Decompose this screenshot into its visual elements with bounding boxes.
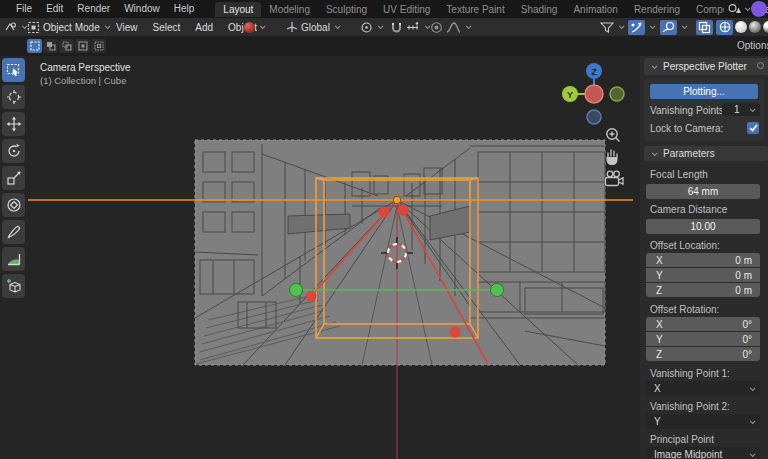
shading-wireframe-button[interactable] xyxy=(716,20,733,35)
tool-cursor[interactable] xyxy=(2,85,25,109)
focal-length-label: Focal Length xyxy=(650,169,708,180)
offset-location-y-field[interactable]: Y 0 m xyxy=(646,268,760,282)
focal-length-field[interactable]: 64 mm xyxy=(646,184,760,199)
principal-point-dropdown[interactable]: Image Midpoint xyxy=(646,447,760,459)
shading-rendered-button[interactable] xyxy=(763,21,768,33)
blender-window: File Edit Render Window Help Layout Mode… xyxy=(0,0,768,459)
transform-orientation-selector[interactable]: Global xyxy=(286,18,341,36)
gizmo-z-label: Z xyxy=(591,67,597,77)
axis-label: Y xyxy=(656,334,663,345)
xray-toggle[interactable] xyxy=(696,18,713,36)
camera-distance-field[interactable]: 10.00 xyxy=(646,219,760,234)
chevron-down-icon xyxy=(750,385,756,391)
viewport-3d[interactable]: Z Y Camera Perspective (1) Collecti xyxy=(0,56,768,459)
panel-title: Perspective Plotter xyxy=(663,61,747,72)
offset-location-label: Offset Location: xyxy=(650,240,720,251)
options-dropdown[interactable]: Options xyxy=(737,40,768,51)
vanishing-point-2-value: Y xyxy=(654,416,661,427)
tab-texture-paint[interactable]: Texture Paint xyxy=(438,2,512,17)
tool-rotate[interactable] xyxy=(2,139,25,163)
snap-toggle[interactable] xyxy=(390,18,403,36)
tool-measure[interactable] xyxy=(2,247,25,271)
offset-rotation-z-field[interactable]: Z 0° xyxy=(646,347,760,361)
gizmo-z-neg-axis[interactable] xyxy=(587,110,601,124)
plotter-main-box: Plotting... Vanishing Points: 1 Lock to … xyxy=(644,79,764,141)
pivot-point-selector[interactable] xyxy=(360,18,384,36)
show-overlays-toggle[interactable] xyxy=(660,18,688,36)
object-type-visibility[interactable] xyxy=(600,18,625,36)
principal-point-label: Principal Point xyxy=(650,434,714,445)
select-invert-button[interactable] xyxy=(75,39,90,53)
menu-view[interactable]: View xyxy=(110,22,144,33)
chevron-down-icon xyxy=(466,23,472,29)
chevron-down-icon xyxy=(378,23,384,29)
material-sphere-icon xyxy=(244,22,255,33)
wireframe-shading-icon xyxy=(719,21,731,33)
tool-select-box[interactable] xyxy=(2,58,25,82)
tab-uv-editing[interactable]: UV Editing xyxy=(375,2,438,17)
plotting-button[interactable]: Plotting... xyxy=(650,84,758,99)
tab-sculpting[interactable]: Sculpting xyxy=(318,2,375,17)
lock-to-camera-checkbox[interactable] xyxy=(747,122,759,134)
menu-render[interactable]: Render xyxy=(70,0,117,18)
select-set-button[interactable] xyxy=(27,39,42,53)
viewport-menubar: View Select Add Object xyxy=(110,18,263,36)
tab-layout[interactable]: Layout xyxy=(215,2,261,17)
menu-help[interactable]: Help xyxy=(167,0,202,18)
mode-selector[interactable]: Object Mode xyxy=(27,18,111,36)
menu-edit[interactable]: Edit xyxy=(39,0,70,18)
visibility-filter-icon xyxy=(600,21,614,33)
axis-value: 0 m xyxy=(735,255,752,266)
vanishing-point-1-dropdown[interactable]: X xyxy=(646,381,760,396)
tab-compositing[interactable]: Compositing xyxy=(688,2,724,17)
active-material-widget[interactable] xyxy=(244,18,266,36)
select-extend-button[interactable] xyxy=(43,39,58,53)
select-mode-group xyxy=(27,39,106,53)
vanishing-points-dropdown[interactable]: 1 xyxy=(722,103,760,116)
menu-window[interactable]: Window xyxy=(117,0,167,18)
chevron-down-icon xyxy=(750,418,756,424)
offset-rotation-y-field[interactable]: Y 0° xyxy=(646,332,760,346)
tool-annotate[interactable] xyxy=(2,220,25,244)
tool-scale[interactable] xyxy=(2,166,25,190)
chevron-down-icon xyxy=(260,23,266,29)
sidebar-panel: Perspective Plotter Plotting... Vanishin… xyxy=(640,56,768,459)
shading-solid-button[interactable] xyxy=(735,21,747,33)
editor-type-selector[interactable] xyxy=(3,18,28,36)
select-subtract-button[interactable] xyxy=(59,39,74,53)
offset-location-z-field[interactable]: Z 0 m xyxy=(646,283,760,297)
gizmo-y-neg-axis[interactable] xyxy=(610,87,624,101)
tool-settings-bar: Options xyxy=(0,36,768,56)
tab-animation[interactable]: Animation xyxy=(565,2,625,17)
vanishing-point-handle[interactable] xyxy=(393,196,401,204)
tab-modeling[interactable]: Modeling xyxy=(261,2,318,17)
orientation-label: Global xyxy=(301,22,330,33)
menu-file[interactable]: File xyxy=(9,0,39,18)
offset-rotation-x-field[interactable]: X 0° xyxy=(646,317,760,331)
select-intersect-button[interactable] xyxy=(91,39,106,53)
shading-mode-switch xyxy=(716,18,768,36)
shading-material-button[interactable] xyxy=(749,21,761,33)
snap-target-selector[interactable] xyxy=(406,18,431,36)
menu-select[interactable]: Select xyxy=(147,22,187,33)
show-gizmo-toggle[interactable] xyxy=(628,18,656,36)
proportional-falloff-selector[interactable] xyxy=(446,18,472,36)
tab-rendering[interactable]: Rendering xyxy=(626,2,688,17)
vanishing-point-2-label: Vanishing Point 2: xyxy=(650,401,730,412)
vanishing-point-2-dropdown[interactable]: Y xyxy=(646,414,760,429)
extension-badge[interactable] xyxy=(751,1,767,17)
toolbar xyxy=(0,58,27,298)
snap-increment-icon xyxy=(406,21,420,34)
tab-shading[interactable]: Shading xyxy=(513,2,566,17)
tool-add-cube[interactable] xyxy=(2,274,25,298)
tool-move[interactable] xyxy=(2,112,25,136)
menu-add[interactable]: Add xyxy=(189,22,219,33)
tool-transform[interactable] xyxy=(2,193,25,217)
viewport-canvas[interactable]: Z Y xyxy=(0,56,640,459)
panel-header-perspective-plotter[interactable]: Perspective Plotter xyxy=(644,58,768,75)
parameters-section-header[interactable]: Parameters xyxy=(644,146,768,161)
offset-location-x-field[interactable]: X 0 m xyxy=(646,253,760,267)
pin-icon[interactable] xyxy=(757,62,764,69)
gizmo-x-axis[interactable] xyxy=(585,85,603,103)
proportional-editing-toggle[interactable] xyxy=(430,18,443,36)
